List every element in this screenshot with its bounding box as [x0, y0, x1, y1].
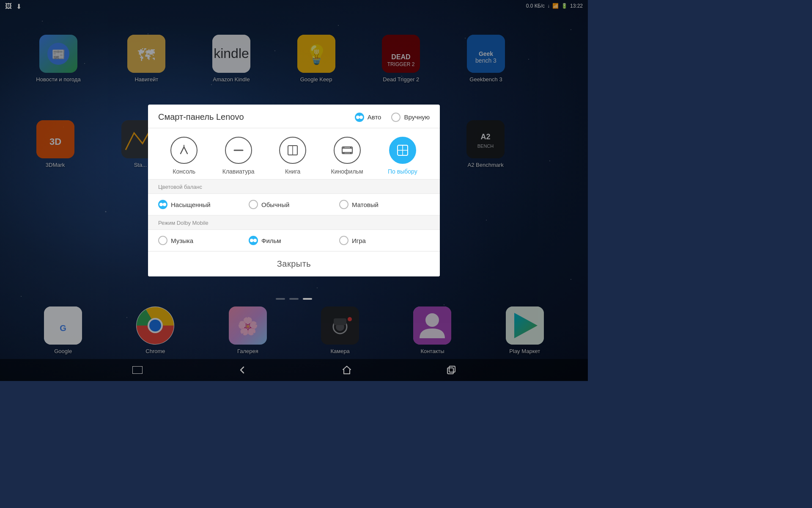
book-icon-label: Книга: [285, 168, 300, 175]
dialog-title: Смарт-панель Lenovo: [158, 112, 244, 122]
custom-icon-label: По выбору: [388, 168, 417, 175]
color-options-row: Насыщенный Обычный Матовый: [148, 194, 440, 215]
color-section-label: Цветовой баланс: [148, 179, 440, 194]
dolby-movie-radio[interactable]: [249, 236, 258, 245]
color-normal-label: Обычный: [261, 201, 289, 208]
dolby-movie-label: Фильм: [261, 237, 281, 244]
mode-auto-radio[interactable]: [355, 113, 364, 122]
movie-icon-label: Кинофильм: [331, 168, 363, 175]
panel-icon-movie[interactable]: Кинофильм: [331, 137, 363, 175]
dolby-music-option[interactable]: Музыка: [158, 236, 249, 245]
color-saturated-option[interactable]: Насыщенный: [158, 200, 249, 209]
svg-rect-56: [350, 147, 351, 149]
color-saturated-radio[interactable]: [158, 200, 167, 209]
keyboard-icon-label: Клавиатура: [222, 168, 255, 175]
custom-icon-circle: [389, 137, 416, 164]
color-matte-radio[interactable]: [339, 200, 348, 209]
mode-manual-radio[interactable]: [391, 113, 401, 122]
console-icon-circle: [170, 137, 198, 164]
color-normal-radio[interactable]: [249, 200, 258, 209]
svg-rect-58: [350, 152, 351, 154]
mode-auto-label: Авто: [368, 113, 381, 121]
dolby-music-radio[interactable]: [158, 236, 167, 245]
dolby-game-label: Игра: [352, 237, 366, 244]
svg-rect-55: [343, 147, 344, 149]
color-saturated-label: Насыщенный: [171, 201, 211, 208]
mode-auto-option[interactable]: Авто: [355, 113, 381, 122]
dialog-header: Смарт-панель Lenovo Авто Вручную: [148, 105, 440, 128]
mode-manual-option[interactable]: Вручную: [391, 113, 430, 122]
dialog-close-button[interactable]: Закрыть: [148, 251, 440, 276]
color-normal-option[interactable]: Обычный: [249, 200, 339, 209]
dolby-movie-option[interactable]: Фильм: [249, 236, 339, 245]
panel-icon-custom[interactable]: По выбору: [388, 137, 417, 175]
book-icon-circle: [279, 137, 306, 164]
panel-icon-row: Консоль Клавиатура Книга Кинофильм По вы: [148, 128, 440, 179]
dolby-section-label: Режим Dolby Mobile: [148, 215, 440, 230]
dialog-mode-options: Авто Вручную: [355, 113, 430, 122]
dolby-options-row: Музыка Фильм Игра: [148, 230, 440, 251]
movie-icon-circle: [334, 137, 361, 164]
smart-panel-dialog: Смарт-панель Lenovo Авто Вручную Консоль: [148, 105, 440, 276]
mode-manual-label: Вручную: [404, 113, 430, 121]
dolby-game-radio[interactable]: [339, 236, 348, 245]
console-icon-label: Консоль: [173, 168, 195, 175]
panel-icon-book[interactable]: Книга: [279, 137, 306, 175]
svg-rect-57: [343, 152, 344, 154]
dolby-music-label: Музыка: [171, 237, 193, 244]
panel-icon-console[interactable]: Консоль: [170, 137, 198, 175]
color-matte-option[interactable]: Матовый: [339, 200, 430, 209]
dolby-game-option[interactable]: Игра: [339, 236, 430, 245]
color-matte-label: Матовый: [352, 201, 379, 208]
keyboard-icon-circle: [225, 137, 252, 164]
panel-icon-keyboard[interactable]: Клавиатура: [222, 137, 255, 175]
